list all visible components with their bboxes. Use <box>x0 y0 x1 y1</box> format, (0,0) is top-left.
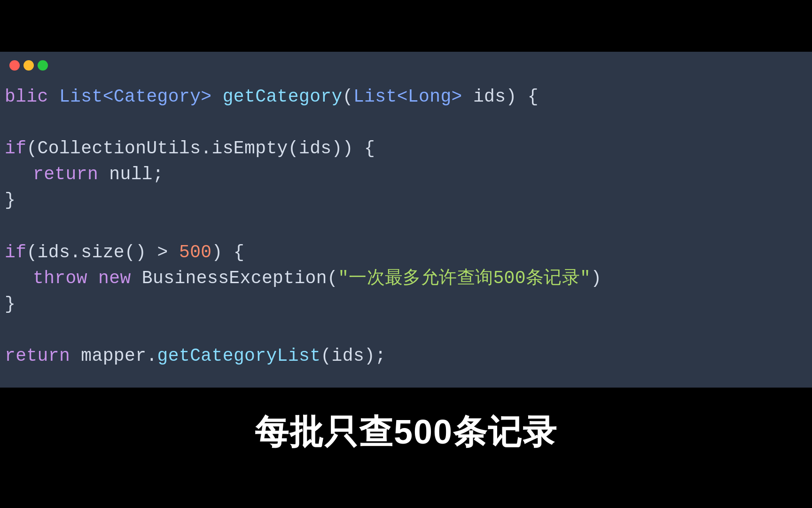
code-block: blic List<Category> getCategory(List<Lon… <box>0 79 812 388</box>
paren-open: ( <box>343 84 353 110</box>
code-line-if2: if(ids.size() > 500) { <box>5 239 798 265</box>
keyword-return: return <box>5 343 81 369</box>
keyword-if1: if <box>5 135 26 161</box>
type-list-category: List<Category> <box>59 84 223 110</box>
keyword-public: blic <box>5 84 59 110</box>
keyword-if2: if <box>5 239 26 265</box>
if2-condition-left: (ids.size() > <box>26 239 179 265</box>
code-line-blank-2 <box>5 213 798 239</box>
code-line-blank-1 <box>5 110 798 135</box>
exception-message: "一次最多允许查询500条记录" <box>338 265 591 291</box>
top-bar <box>0 0 812 52</box>
number-500: 500 <box>179 239 212 265</box>
code-line-return-mapper: return mapper.getCategoryList(ids); <box>5 343 798 369</box>
if1-condition: (CollectionUtils.isEmpty(ids)) { <box>26 135 375 161</box>
subtitle-text: 每批只查500条记录 <box>255 410 557 455</box>
param-ids: ids) { <box>462 84 539 110</box>
maximize-dot <box>38 60 48 71</box>
code-line-if1: if(CollectionUtils.isEmpty(ids)) { <box>5 135 798 161</box>
code-line-brace2: } <box>5 291 798 317</box>
method-call-args: (ids); <box>320 343 386 369</box>
if2-condition-right: ) { <box>212 239 245 265</box>
window-dots-row <box>0 52 812 79</box>
mapper-ref: mapper. <box>81 343 157 369</box>
code-line-brace1: } <box>5 187 798 213</box>
code-line-throw: throw new BusinessException("一次最多允许查询500… <box>5 265 798 291</box>
get-category-list-method: getCategoryList <box>157 343 321 369</box>
value-null: null; <box>109 161 164 187</box>
code-line-method-sig: blic List<Category> getCategory(List<Lon… <box>5 84 798 110</box>
keyword-new: new <box>98 265 142 291</box>
code-line-blank-3 <box>5 317 798 343</box>
minimize-dot <box>23 60 34 71</box>
method-name: getCategory <box>223 84 343 110</box>
exception-close-paren: ) <box>591 265 601 291</box>
brace-close-2: } <box>5 291 16 317</box>
editor-area: blic List<Category> getCategory(List<Lon… <box>0 52 812 388</box>
code-line-return-null: return null; <box>5 161 798 187</box>
subtitle-bar: 每批只查500条记录 <box>0 388 812 477</box>
keyword-throw: throw <box>33 265 98 291</box>
close-dot <box>9 60 20 71</box>
param-type: List<Long> <box>353 84 462 110</box>
keyword-return-null: return <box>33 161 109 187</box>
exception-class: BusinessException( <box>142 265 338 291</box>
brace-close-1: } <box>5 187 16 213</box>
